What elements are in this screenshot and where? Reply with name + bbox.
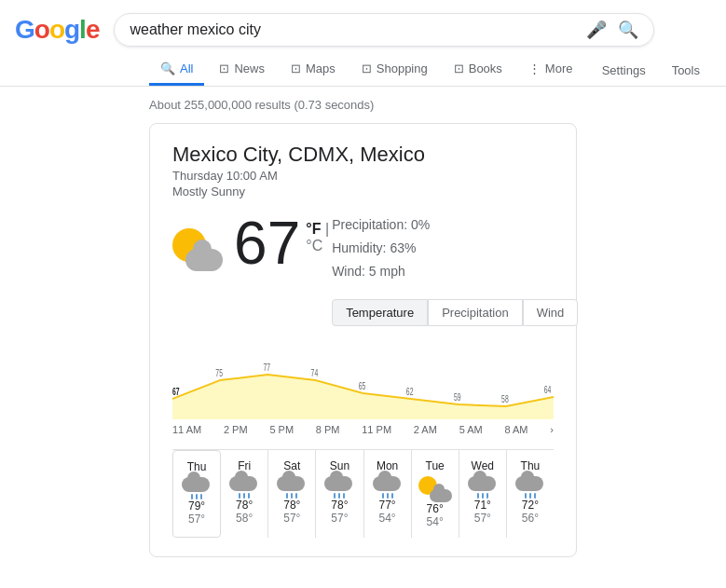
time-label-7: 8 AM bbox=[504, 424, 527, 435]
sun-cloud-icon-tue bbox=[418, 476, 452, 502]
day-name-wed: Wed bbox=[465, 459, 500, 472]
svg-text:67: 67 bbox=[172, 386, 180, 397]
svg-text:58: 58 bbox=[501, 393, 509, 404]
svg-text:65: 65 bbox=[359, 380, 366, 391]
day-name-thu-2: Thu bbox=[513, 459, 548, 472]
precipitation-detail: Precipitation: 0% bbox=[332, 213, 578, 237]
tab-news-label: News bbox=[234, 62, 265, 75]
maps-icon: ⊡ bbox=[291, 62, 301, 75]
day-temps-sat: 78° 57° bbox=[274, 499, 309, 525]
temperature-chart: 67 75 77 74 65 62 59 58 64 11 AM 2 PM 5 … bbox=[172, 345, 554, 438]
day-item-thu-2[interactable]: Thu 72° 56° bbox=[507, 450, 554, 538]
rain-icon-thu-2 bbox=[514, 476, 547, 499]
weather-time: Thursday 10:00 AM bbox=[172, 169, 554, 183]
day-temps-mon: 77° 54° bbox=[370, 499, 405, 525]
search-bar: 🎤 🔍 bbox=[114, 13, 654, 47]
day-name-fri: Fri bbox=[226, 459, 262, 472]
time-label-1: 2 PM bbox=[224, 424, 248, 435]
all-icon: 🔍 bbox=[160, 62, 175, 75]
svg-text:62: 62 bbox=[406, 386, 414, 397]
tab-shopping-label: Shopping bbox=[377, 62, 428, 75]
time-label-5: 2 AM bbox=[414, 424, 437, 435]
svg-text:64: 64 bbox=[544, 384, 552, 395]
chart-tab-temperature[interactable]: Temperature bbox=[332, 299, 428, 326]
tab-more[interactable]: ⋮ More bbox=[517, 54, 584, 86]
header: Google 🎤 🔍 bbox=[0, 0, 726, 47]
day-item-sat[interactable]: Sat 78° 57° bbox=[268, 450, 316, 538]
temperature-value: 67 bbox=[234, 213, 300, 273]
tab-all-label: All bbox=[180, 62, 193, 75]
books-icon: ⊡ bbox=[454, 62, 464, 75]
day-name-sat: Sat bbox=[274, 459, 309, 472]
tab-shopping[interactable]: ⊡ Shopping bbox=[350, 54, 439, 86]
more-dots-icon: ⋮ bbox=[528, 62, 541, 75]
time-label-3: 8 PM bbox=[316, 424, 340, 435]
weather-card: Mexico City, CDMX, Mexico Thursday 10:00… bbox=[149, 123, 577, 557]
daily-forecast: Thu 79° 57° Fri 78° 58° Sat 78° 57° bbox=[172, 449, 554, 538]
time-label-4: 11 PM bbox=[362, 424, 391, 435]
time-label-0: 11 AM bbox=[172, 424, 201, 435]
day-temps-wed: 71° 57° bbox=[465, 499, 500, 525]
day-name-tue: Tue bbox=[418, 459, 453, 472]
day-item-tue[interactable]: Tue 76° 54° bbox=[412, 450, 459, 538]
search-input[interactable] bbox=[130, 21, 579, 38]
chart-tab-precipitation[interactable]: Precipitation bbox=[428, 299, 523, 326]
tab-books[interactable]: ⊡ Books bbox=[443, 54, 514, 86]
day-name-thu-1: Thu bbox=[179, 460, 214, 473]
day-temps-thu-1: 79° 57° bbox=[179, 499, 214, 526]
unit-separator: | bbox=[325, 221, 329, 237]
weather-right: Precipitation: 0% Humidity: 63% Wind: 5 … bbox=[332, 213, 578, 337]
tab-maps-label: Maps bbox=[306, 62, 336, 75]
tab-more-label: More bbox=[545, 62, 573, 75]
chart-tabs: Temperature Precipitation Wind bbox=[332, 299, 578, 326]
svg-text:77: 77 bbox=[263, 362, 270, 373]
humidity-detail: Humidity: 63% bbox=[332, 237, 578, 260]
chart-svg: 67 75 77 74 65 62 59 58 64 bbox=[172, 345, 554, 419]
day-name-mon: Mon bbox=[370, 459, 405, 472]
weather-location: Mexico City, CDMX, Mexico bbox=[172, 143, 554, 167]
day-item-wed[interactable]: Wed 71° 57° bbox=[459, 450, 507, 538]
nav-tabs: 🔍 All ⊡ News ⊡ Maps ⊡ Shopping ⊡ Books ⋮… bbox=[0, 47, 726, 87]
time-label-6: 5 AM bbox=[459, 424, 483, 435]
temperature-unit: °F | °C bbox=[306, 221, 332, 254]
day-name-sun: Sun bbox=[322, 459, 357, 472]
day-item-fri[interactable]: Fri 78° 58° bbox=[221, 450, 268, 538]
news-icon: ⊡ bbox=[219, 62, 229, 75]
day-item-sun[interactable]: Sun 78° 57° bbox=[316, 450, 363, 538]
shopping-icon: ⊡ bbox=[362, 62, 372, 75]
rain-icon-mon bbox=[371, 476, 404, 499]
rain-icon-wed bbox=[466, 476, 500, 499]
day-item-mon[interactable]: Mon 77° 54° bbox=[364, 450, 412, 538]
weather-main: 67 °F | °C Precipitation: 0% Humidity: 6… bbox=[172, 213, 554, 337]
weather-condition: Mostly Sunny bbox=[172, 185, 554, 198]
rain-icon-fri bbox=[227, 476, 261, 499]
day-item-thu-1[interactable]: Thu 79° 57° bbox=[172, 450, 221, 538]
rain-icon-sun bbox=[322, 476, 356, 499]
settings-link[interactable]: Settings bbox=[591, 56, 657, 85]
wind-detail: Wind: 5 mph bbox=[332, 260, 578, 283]
svg-text:59: 59 bbox=[454, 391, 461, 403]
day-temps-sun: 78° 57° bbox=[322, 499, 357, 525]
unit-c[interactable]: °C bbox=[306, 238, 322, 253]
time-label-2: 5 PM bbox=[269, 424, 294, 435]
time-labels: 11 AM 2 PM 5 PM 8 PM 11 PM 2 AM 5 AM 8 A… bbox=[172, 422, 554, 437]
search-icon[interactable]: 🔍 bbox=[618, 20, 638, 40]
tab-maps[interactable]: ⊡ Maps bbox=[280, 54, 347, 86]
tab-books-label: Books bbox=[469, 62, 502, 75]
rain-icon-thu-1 bbox=[180, 477, 213, 499]
tab-news[interactable]: ⊡ News bbox=[208, 54, 276, 86]
svg-text:74: 74 bbox=[311, 367, 319, 378]
rain-icon-sat bbox=[275, 476, 308, 499]
tools-link[interactable]: Tools bbox=[661, 56, 711, 85]
temperature-display: 67 °F | °C bbox=[234, 213, 332, 273]
tab-all[interactable]: 🔍 All bbox=[149, 54, 204, 86]
day-temps-fri: 78° 58° bbox=[226, 499, 262, 525]
day-temps-thu-2: 72° 56° bbox=[513, 499, 548, 525]
time-label-arrow: › bbox=[550, 424, 554, 435]
unit-f[interactable]: °F bbox=[306, 221, 321, 237]
results-count: About 255,000,000 results (0.73 seconds) bbox=[0, 87, 726, 119]
day-temps-tue: 76° 54° bbox=[418, 502, 453, 528]
logo: Google bbox=[15, 15, 99, 45]
mic-icon[interactable]: 🎤 bbox=[586, 20, 607, 40]
chart-tab-wind[interactable]: Wind bbox=[523, 299, 579, 326]
